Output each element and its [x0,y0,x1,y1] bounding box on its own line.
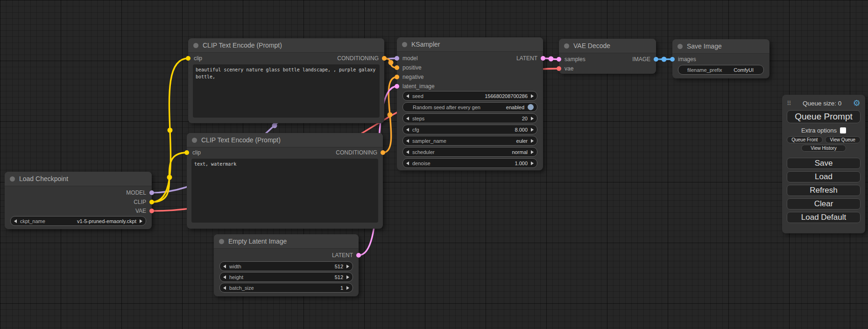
vae-port-dot[interactable] [149,209,154,213]
widget-sampler-name[interactable]: sampler_name euler [402,136,537,146]
collapse-dot-icon[interactable] [192,138,197,143]
decrement-arrow-icon[interactable] [406,161,409,165]
increment-arrow-icon[interactable] [531,139,534,143]
settings-gear-icon[interactable]: ⚙ [853,99,861,107]
input-port-samples[interactable]: samples [557,56,586,63]
node-title-bar[interactable]: Load Checkpoint [5,172,152,186]
widget-ckpt-name[interactable]: ckpt_name v1-5-pruned-emaonly.ckpt [10,216,146,226]
input-port-clip[interactable]: clip [186,55,202,62]
load-default-button[interactable]: Load Default [787,212,861,223]
latent-port-dot[interactable] [356,253,361,258]
load-button[interactable]: Load [787,171,861,182]
widget-filename-prefix[interactable]: filename_prefix ComfyUI [678,65,764,75]
widget-batch-size[interactable]: batch_size 1 [219,283,353,293]
decrement-arrow-icon[interactable] [406,94,409,98]
output-port-vae[interactable]: VAE [135,207,154,215]
latent-port-dot[interactable] [541,56,545,61]
clip-port-dot[interactable] [184,150,189,155]
decrement-arrow-icon[interactable] [223,275,226,279]
node-title-bar[interactable]: VAE Decode [559,39,656,53]
input-port-images[interactable]: images [670,56,696,63]
decrement-arrow-icon[interactable] [406,117,409,120]
output-port-conditioning[interactable]: CONDITIONING [336,149,385,156]
collapse-dot-icon[interactable] [10,176,15,182]
input-port-positive[interactable]: positive [395,64,422,71]
save-button[interactable]: Save [787,158,861,169]
node-title-bar[interactable]: Empty Latent Image [214,234,359,249]
node-title-bar[interactable]: KSampler [397,37,543,52]
widget-denoise[interactable]: denoise 1.000 [402,158,537,168]
collapse-dot-icon[interactable] [219,239,224,244]
node-title-bar[interactable]: CLIP Text Encode (Prompt) [187,133,383,147]
image-port-dot[interactable] [670,57,675,62]
extra-options-checkbox[interactable] [840,127,846,133]
decrement-arrow-icon[interactable] [223,265,226,268]
increment-arrow-icon[interactable] [346,286,349,290]
model-port-dot[interactable] [395,56,399,61]
input-port-model[interactable]: model [395,55,418,62]
increment-arrow-icon[interactable] [531,161,534,165]
view-history-button[interactable]: View History [801,145,846,152]
node-title-bar[interactable]: CLIP Text Encode (Prompt) [188,38,384,53]
decrement-arrow-icon[interactable] [223,286,226,290]
vae-port-dot[interactable] [557,66,561,71]
queue-prompt-button[interactable]: Queue Prompt [787,110,861,123]
widget-height[interactable]: height 512 [219,272,353,282]
conditioning-port-dot[interactable] [395,75,399,79]
image-port-dot[interactable] [654,57,658,62]
input-port-vae[interactable]: vae [557,65,573,72]
node-load-checkpoint[interactable]: Load Checkpoint MODEL CLIP VAE ckpt_name… [5,172,152,229]
increment-arrow-icon[interactable] [531,128,534,132]
increment-arrow-icon[interactable] [140,219,142,223]
model-port-dot[interactable] [149,190,154,195]
input-port-latent-image[interactable]: latent_image [395,83,435,90]
node-vae-decode[interactable]: VAE Decode samples vae IMAGE [559,39,656,74]
clip-port-dot[interactable] [186,56,191,61]
node-clip-text-encode-negative[interactable]: CLIP Text Encode (Prompt) clip CONDITION… [187,133,383,229]
decrement-arrow-icon[interactable] [406,139,409,143]
widget-cfg[interactable]: cfg 8.000 [402,125,537,134]
toggle-icon[interactable] [528,104,534,110]
clear-button[interactable]: Clear [787,198,861,210]
latent-port-dot[interactable] [557,57,561,62]
increment-arrow-icon[interactable] [346,275,349,279]
increment-arrow-icon[interactable] [346,265,349,268]
clip-port-dot[interactable] [149,200,154,204]
decrement-arrow-icon[interactable] [14,219,17,223]
widget-seed[interactable]: seed 156680208700286 [402,91,537,101]
view-queue-button[interactable]: View Queue [825,136,861,143]
positive-prompt-textarea[interactable]: beautiful scenery nature glass bottle la… [193,64,380,118]
collapse-dot-icon[interactable] [402,42,407,47]
output-port-conditioning[interactable]: CONDITIONING [337,55,387,62]
collapse-dot-icon[interactable] [193,43,198,48]
widget-width[interactable]: width 512 [219,261,353,271]
node-save-image[interactable]: Save Image images filename_prefix ComfyU… [672,39,769,78]
negative-prompt-textarea[interactable]: text, watermark [191,159,378,223]
output-port-model[interactable]: MODEL [126,189,154,196]
increment-arrow-icon[interactable] [531,117,534,120]
output-port-latent[interactable]: LATENT [332,252,361,259]
node-clip-text-encode-positive[interactable]: CLIP Text Encode (Prompt) clip CONDITION… [188,38,384,123]
refresh-button[interactable]: Refresh [787,185,861,196]
conditioning-port-dot[interactable] [381,150,385,155]
output-port-clip[interactable]: CLIP [134,198,154,206]
node-title-bar[interactable]: Save Image [672,39,769,54]
increment-arrow-icon[interactable] [531,94,534,98]
node-empty-latent-image[interactable]: Empty Latent Image LATENT width 512 heig… [214,234,359,296]
collapse-dot-icon[interactable] [677,44,683,49]
latent-port-dot[interactable] [395,84,399,89]
decrement-arrow-icon[interactable] [406,128,409,132]
widget-scheduler[interactable]: scheduler normal [402,147,537,157]
input-port-clip[interactable]: clip [184,149,201,156]
conditioning-port-dot[interactable] [382,56,387,61]
increment-arrow-icon[interactable] [531,150,534,154]
output-port-image[interactable]: IMAGE [632,56,658,63]
conditioning-port-dot[interactable] [395,65,399,70]
output-port-latent[interactable]: LATENT [516,55,545,62]
node-ksampler[interactable]: KSampler model positive negative latent_… [397,37,543,170]
queue-front-button[interactable]: Queue Front [787,136,823,143]
input-port-negative[interactable]: negative [395,73,423,81]
decrement-arrow-icon[interactable] [406,150,409,154]
widget-random-seed-toggle[interactable]: Random seed after every gen enabled [402,102,537,112]
drag-handle-icon[interactable]: ⠿ [787,100,791,106]
